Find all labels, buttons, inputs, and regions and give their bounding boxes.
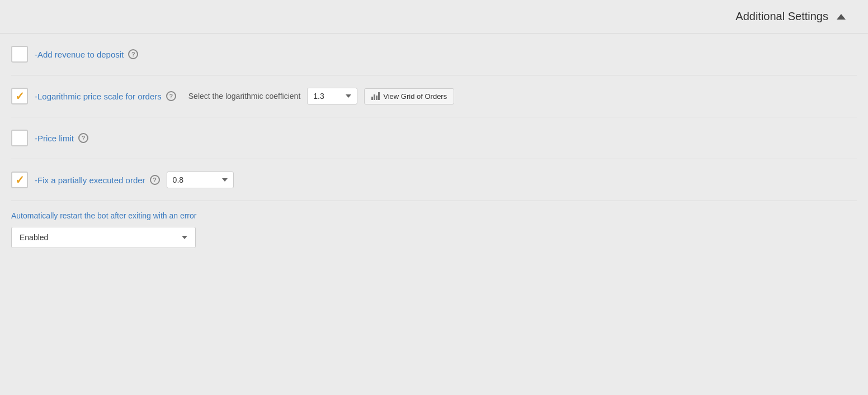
auto-restart-label: Automatically restart the bot after exit…	[11, 211, 857, 220]
collapse-icon[interactable]	[837, 14, 846, 20]
add-revenue-help-icon[interactable]: ?	[128, 49, 138, 59]
price-limit-label: -Price limit	[35, 134, 74, 143]
auto-restart-dropdown[interactable]: Enabled	[11, 227, 196, 248]
additional-settings-header: Additional Settings	[0, 0, 868, 34]
add-revenue-label: -Add revenue to deposit	[35, 50, 124, 59]
fix-partial-dropdown[interactable]: 0.8	[167, 172, 234, 188]
page-container: Additional Settings -Add revenue to depo…	[0, 0, 868, 395]
view-grid-button-label: View Grid of Orders	[383, 92, 447, 101]
auto-restart-value: Enabled	[20, 233, 48, 242]
setting-row-add-revenue: -Add revenue to deposit ?	[11, 34, 857, 75]
additional-settings-title[interactable]: Additional Settings	[735, 10, 846, 23]
additional-settings-label: Additional Settings	[735, 10, 828, 23]
setting-row-price-limit: -Price limit ?	[11, 117, 857, 159]
log-price-label-group: -Logarithmic price scale for orders ?	[35, 91, 176, 101]
log-coefficient-description: Select the logarithmic coefficient	[188, 92, 301, 101]
price-limit-label-group: -Price limit ?	[35, 133, 88, 143]
log-coefficient-arrow-icon	[346, 94, 351, 98]
fix-partial-label-group: -Fix a partially executed order ?	[35, 175, 160, 185]
setting-row-log-price: ✓ -Logarithmic price scale for orders ? …	[11, 75, 857, 117]
settings-body: -Add revenue to deposit ? ✓ -Logarithmic…	[0, 34, 868, 254]
fix-partial-checkbox[interactable]: ✓	[11, 172, 28, 188]
auto-restart-section: Automatically restart the bot after exit…	[11, 201, 857, 254]
setting-row-fix-partial: ✓ -Fix a partially executed order ? 0.8	[11, 159, 857, 201]
price-limit-help-icon[interactable]: ?	[78, 133, 88, 143]
log-coefficient-value: 1.3	[313, 92, 324, 101]
log-price-checkmark: ✓	[15, 91, 25, 102]
log-price-label: -Logarithmic price scale for orders	[35, 92, 162, 101]
bar-chart-icon	[371, 92, 380, 100]
add-revenue-label-group: -Add revenue to deposit ?	[35, 49, 138, 59]
price-limit-checkbox[interactable]	[11, 130, 28, 146]
log-coefficient-dropdown[interactable]: 1.3	[307, 88, 357, 104]
log-price-checkbox[interactable]: ✓	[11, 88, 28, 104]
auto-restart-arrow-icon	[182, 236, 187, 239]
view-grid-button[interactable]: View Grid of Orders	[364, 88, 454, 104]
fix-partial-arrow-icon	[222, 178, 228, 182]
fix-partial-value: 0.8	[173, 175, 183, 184]
fix-partial-label: -Fix a partially executed order	[35, 175, 145, 185]
log-price-help-icon[interactable]: ?	[166, 91, 176, 101]
add-revenue-checkbox[interactable]	[11, 46, 28, 63]
fix-partial-checkmark: ✓	[15, 174, 25, 185]
fix-partial-help-icon[interactable]: ?	[150, 175, 160, 185]
